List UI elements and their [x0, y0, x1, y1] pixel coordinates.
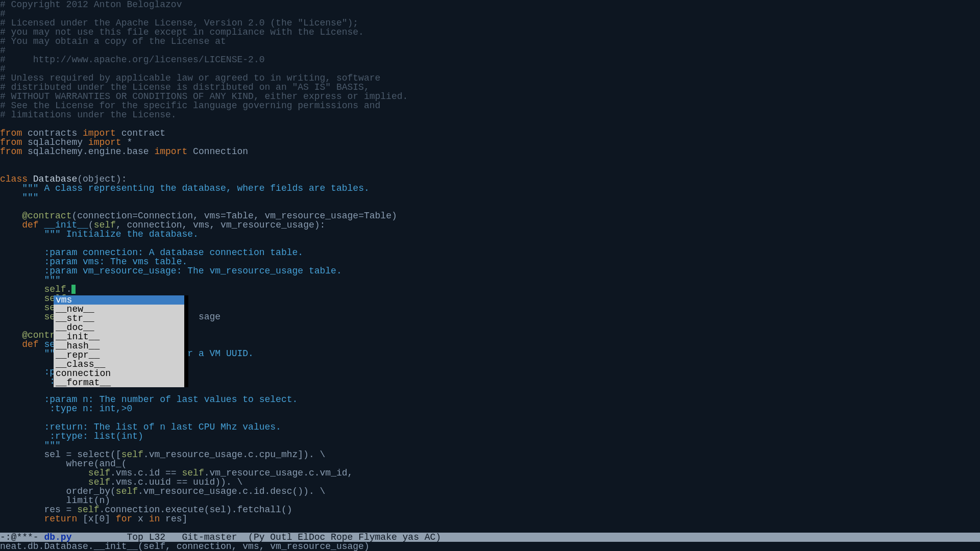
- kw-import: import: [88, 137, 121, 147]
- comment-line: # See the License for the specific langu…: [0, 101, 380, 111]
- decorator: @contract: [22, 211, 71, 221]
- autocomplete-item[interactable]: __init__: [54, 332, 184, 341]
- comment-line: # limitations under the License.: [0, 110, 177, 120]
- kw-from: from: [0, 128, 22, 138]
- docstring-open: """: [22, 183, 38, 193]
- kw-class: class: [0, 174, 28, 184]
- comment-line: # you may not use this file except in co…: [0, 27, 364, 37]
- autocomplete-item[interactable]: __class__: [54, 360, 184, 369]
- autocomplete-item[interactable]: __new__: [54, 305, 184, 314]
- buffer-name: db.py: [44, 532, 71, 542]
- class-name: Database: [28, 174, 77, 184]
- comment-line: # distributed under the License is distr…: [0, 82, 370, 92]
- autocomplete-item[interactable]: __doc__: [54, 323, 184, 332]
- comment-line: # You may obtain a copy of the License a…: [0, 36, 226, 46]
- autocomplete-item[interactable]: __repr__: [54, 350, 184, 360]
- autocomplete-item[interactable]: __hash__: [54, 341, 184, 350]
- kw-self: self: [94, 220, 116, 230]
- autocomplete-item[interactable]: __str__: [54, 314, 184, 323]
- autocomplete-popup[interactable]: vms __new__ __str__ __doc__ __init__ __h…: [54, 295, 188, 387]
- comment-line: #: [0, 9, 6, 19]
- code-editor[interactable]: # Copyright 2012 Anton Beloglazov # # Li…: [0, 0, 980, 523]
- kw-from: from: [0, 146, 22, 157]
- comment-line: # Unless required by applicable law or a…: [0, 73, 380, 83]
- comment-line: # Licensed under the Apache License, Ver…: [0, 18, 358, 28]
- kw-for: for: [116, 514, 132, 524]
- autocomplete-item[interactable]: connection: [54, 369, 184, 378]
- minibuffer: neat.db.Database.__init__(self, connecti…: [0, 542, 980, 551]
- kw-import: import: [154, 146, 187, 157]
- autocomplete-item[interactable]: __format__: [54, 378, 184, 387]
- comment-line: # Copyright 2012 Anton Beloglazov: [0, 0, 182, 10]
- method-name: __init__: [44, 220, 88, 230]
- text-cursor: [71, 285, 76, 294]
- comment-line: # http://www.apache.org/licenses/LICENSE…: [0, 55, 264, 65]
- comment-line: #: [0, 45, 6, 56]
- comment-line: # WITHOUT WARRANTIES OR CONDITIONS OF AN…: [0, 91, 408, 102]
- kw-self: self: [44, 284, 66, 294]
- kw-return: return: [44, 514, 77, 524]
- kw-def: def: [22, 220, 38, 230]
- autocomplete-item[interactable]: vms: [54, 295, 184, 305]
- kw-import: import: [83, 128, 116, 138]
- docstring-close: """: [0, 192, 39, 203]
- mode-line: -:@***- db.py Top L32 Git-master (Py Out…: [0, 533, 980, 542]
- kw-in: in: [149, 514, 160, 524]
- kw-def: def: [22, 339, 38, 349]
- kw-from: from: [0, 137, 22, 147]
- comment-line: #: [0, 64, 6, 74]
